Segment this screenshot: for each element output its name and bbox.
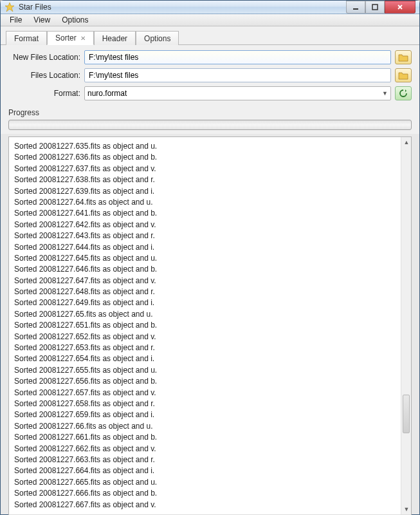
chevron-down-icon: ▼ xyxy=(382,90,388,97)
files-location-label: Files Location: xyxy=(8,71,84,80)
scroll-thumb[interactable] xyxy=(403,395,410,433)
log-line: Sorted 20081227.646.fits as object and b… xyxy=(14,264,406,275)
browse-new-location-button[interactable] xyxy=(395,50,412,64)
log-line: Sorted 20081227.653.fits as object and r… xyxy=(14,342,406,353)
log-line: Sorted 20081227.645.fits as object and u… xyxy=(14,253,406,264)
app-icon xyxy=(5,2,15,12)
new-files-location-input[interactable] xyxy=(84,50,391,64)
log-container: Sorted 20081227.635.fits as object and u… xyxy=(8,136,412,515)
tab-label: Header xyxy=(102,34,127,43)
log-line: Sorted 20081227.651.fits as object and b… xyxy=(14,320,406,331)
tab-label: Sorter xyxy=(55,33,77,42)
menu-view[interactable]: View xyxy=(28,14,55,26)
log-line: Sorted 20081227.662.fits as object and v… xyxy=(14,444,406,454)
tab-label: Format xyxy=(14,34,39,43)
files-location-input[interactable] xyxy=(84,68,391,82)
tab-options[interactable]: Options xyxy=(136,31,179,45)
maximize-button[interactable] xyxy=(365,1,385,14)
tab-close-icon[interactable]: ✕ xyxy=(80,35,86,42)
log-line: Sorted 20081227.658.fits as object and r… xyxy=(14,398,406,409)
refresh-icon xyxy=(399,89,408,98)
progress-section: Progress xyxy=(1,108,419,134)
window-controls xyxy=(346,1,415,14)
refresh-format-button[interactable] xyxy=(395,86,412,100)
log-line: Sorted 20081227.659.fits as object and i… xyxy=(14,409,406,420)
log-line: Sorted 20081227.649.fits as object and i… xyxy=(14,297,406,308)
log-line: Sorted 20081227.64.fits as object and u. xyxy=(14,197,406,208)
log-line: Sorted 20081227.66.fits as object and u. xyxy=(14,421,406,432)
folder-icon xyxy=(398,53,408,62)
log-line: Sorted 20081227.647.fits as object and v… xyxy=(14,276,406,286)
progress-bar xyxy=(8,120,412,130)
menu-file[interactable]: File xyxy=(5,14,27,26)
log-line: Sorted 20081227.661.fits as object and b… xyxy=(14,432,406,443)
format-label: Format: xyxy=(8,89,84,98)
window-title: Star Files xyxy=(19,3,346,12)
format-value: nuro.format xyxy=(87,89,127,98)
progress-label: Progress xyxy=(8,108,412,117)
log-line: Sorted 20081227.638.fits as object and r… xyxy=(14,174,406,185)
maximize-icon xyxy=(372,4,378,10)
new-files-location-label: New Files Location: xyxy=(8,53,84,62)
svg-marker-0 xyxy=(5,3,14,12)
log-line: Sorted 20081227.655.fits as object and u… xyxy=(14,365,406,376)
browse-files-location-button[interactable] xyxy=(395,68,412,82)
log-line: Sorted 20081227.639.fits as object and i… xyxy=(14,186,406,197)
vertical-scrollbar[interactable]: ▲ ▼ xyxy=(401,137,411,514)
titlebar[interactable]: Star Files xyxy=(1,1,419,14)
scroll-down-icon[interactable]: ▼ xyxy=(401,504,412,514)
folder-icon xyxy=(398,71,408,80)
minimize-icon xyxy=(352,4,359,10)
tab-format[interactable]: Format xyxy=(6,31,47,45)
menu-options[interactable]: Options xyxy=(57,14,93,26)
log-line: Sorted 20081227.648.fits as object and r… xyxy=(14,286,406,297)
log-line: Sorted 20081227.643.fits as object and r… xyxy=(14,230,406,241)
log-line: Sorted 20081227.641.fits as object and b… xyxy=(14,208,406,219)
menubar: File View Options xyxy=(1,14,419,26)
log-line: Sorted 20081227.644.fits as object and i… xyxy=(14,242,406,253)
log-line: Sorted 20081227.656.fits as object and b… xyxy=(14,376,406,387)
log-line: Sorted 20081227.636.fits as object and b… xyxy=(14,152,406,163)
log-line: Sorted 20081227.635.fits as object and u… xyxy=(14,141,406,152)
log-line: Sorted 20081227.65.fits as object and u. xyxy=(14,309,406,320)
log-line: Sorted 20081227.664.fits as object and i… xyxy=(14,465,406,476)
log-line: Sorted 20081227.667.fits as object and v… xyxy=(14,500,406,510)
tab-label: Options xyxy=(144,34,170,43)
svg-rect-1 xyxy=(353,8,358,10)
close-icon xyxy=(397,4,403,10)
log-line: Sorted 20081227.665.fits as object and u… xyxy=(14,477,406,488)
log-line: Sorted 20081227.654.fits as object and i… xyxy=(14,353,406,364)
minimize-button[interactable] xyxy=(346,1,365,14)
tab-bar: Format Sorter ✕ Header Options xyxy=(1,26,419,45)
tab-sorter[interactable]: Sorter ✕ xyxy=(47,31,94,45)
scroll-up-icon[interactable]: ▲ xyxy=(401,137,412,147)
svg-rect-2 xyxy=(372,5,378,10)
log-body[interactable]: Sorted 20081227.635.fits as object and u… xyxy=(9,137,411,514)
form-panel: New Files Location: Files Location: Form… xyxy=(1,45,419,108)
tab-header[interactable]: Header xyxy=(94,31,136,45)
log-line: Sorted 20081227.657.fits as object and v… xyxy=(14,388,406,398)
log-line: Sorted 20081227.663.fits as object and r… xyxy=(14,454,406,465)
log-line: Sorted 20081227.637.fits as object and v… xyxy=(14,164,406,174)
format-select[interactable]: nuro.format ▼ xyxy=(84,86,391,100)
log-line: Sorted 20081227.642.fits as object and v… xyxy=(14,220,406,230)
close-button[interactable] xyxy=(385,1,415,14)
app-window: Star Files File View Options Format Sort… xyxy=(0,0,420,515)
log-line: Sorted 20081227.666.fits as object and b… xyxy=(14,488,406,499)
log-line: Sorted 20081227.652.fits as object and v… xyxy=(14,332,406,342)
